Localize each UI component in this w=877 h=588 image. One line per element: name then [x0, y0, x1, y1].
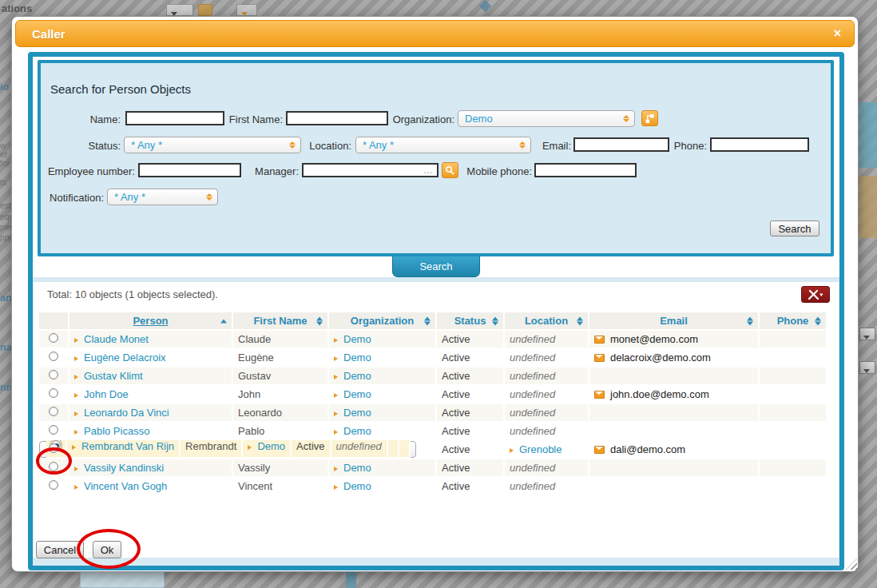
sort-icon	[316, 316, 323, 325]
organization-link[interactable]: Demo	[343, 333, 371, 345]
person-link[interactable]: Vincent Van Gogh	[84, 480, 167, 492]
sort-icon	[424, 316, 431, 325]
organization-link[interactable]: Demo	[343, 425, 371, 437]
search-heading: Search for Person Objects	[50, 82, 191, 96]
link-arrow-icon	[334, 375, 338, 379]
bg-sidebar-fragment: ts	[0, 177, 11, 187]
location-select[interactable]: * Any *	[355, 137, 531, 153]
row-radio[interactable]	[49, 370, 58, 379]
email-icon	[594, 336, 605, 344]
link-arrow-icon	[334, 338, 338, 343]
person-link[interactable]: John Doe	[84, 388, 129, 400]
resize-handle[interactable]	[846, 558, 857, 570]
bg-sidebar-fragment: ppo	[0, 232, 11, 242]
row-radio[interactable]	[49, 407, 58, 416]
bg-sidebar-fragment: io	[0, 81, 11, 93]
name-label: Name:	[50, 113, 121, 125]
link-arrow-icon	[74, 411, 78, 416]
person-link[interactable]: Eugène Delacroix	[84, 352, 166, 364]
organization-link[interactable]: Demo	[343, 352, 371, 364]
status-select[interactable]: * Any *	[124, 137, 301, 153]
column-header-email[interactable]: Email	[589, 312, 760, 331]
person-link[interactable]: Rembrandt Van Rijn	[81, 440, 174, 452]
dialog-title: Caller	[32, 27, 65, 41]
row-radio[interactable]	[49, 352, 58, 361]
caller-dialog: Caller × Search for Person Objects Name:…	[11, 16, 859, 572]
employee-number-input[interactable]	[138, 163, 241, 177]
manager-input[interactable]: …	[302, 163, 438, 177]
radio-column-header	[39, 312, 69, 331]
email-icon	[594, 354, 605, 362]
person-link[interactable]: Leonardo Da Vinci	[84, 407, 169, 419]
table-row: Gustav Klimt Gustav Demo Active undefine…	[39, 368, 827, 386]
notification-select[interactable]: * Any *	[107, 189, 218, 205]
column-header-first-name[interactable]: First Name	[233, 312, 329, 331]
first-name-input[interactable]	[286, 111, 388, 125]
organization-link[interactable]: Demo	[343, 480, 371, 492]
organization-link[interactable]: Demo	[343, 462, 371, 474]
column-header-person[interactable]: Person	[69, 312, 233, 331]
bg-sidebar-fragment: ests	[0, 201, 11, 210]
row-radio[interactable]	[49, 480, 58, 490]
email-label: Email:	[514, 140, 571, 152]
phone-input[interactable]	[710, 137, 809, 152]
sort-icon	[492, 316, 498, 325]
phone-label: Phone:	[649, 140, 707, 152]
select-arrows-icon	[206, 193, 212, 201]
link-arrow-icon	[74, 375, 78, 379]
notification-label: Notification:	[47, 192, 104, 204]
row-radio[interactable]	[49, 388, 58, 398]
organization-link[interactable]: Demo	[343, 370, 371, 382]
chevron-down-icon	[863, 336, 870, 340]
sort-icon	[747, 316, 753, 325]
link-arrow-icon	[334, 430, 338, 435]
column-header-location[interactable]: Location	[505, 312, 589, 331]
organization-label: Organization:	[375, 113, 454, 125]
hierarchy-icon	[645, 113, 655, 124]
link-arrow-icon	[74, 393, 78, 398]
organization-hierarchy-button[interactable]	[641, 110, 658, 126]
manager-label: Manager:	[255, 165, 299, 177]
bg-tan-band	[859, 176, 877, 238]
bg-select-stub	[166, 4, 193, 16]
search-tab-button[interactable]: Search	[392, 256, 480, 277]
link-arrow-icon	[334, 356, 338, 361]
column-header-status[interactable]: Status	[437, 312, 505, 331]
person-link[interactable]: Gustav Klimt	[84, 370, 143, 382]
dialog-titlebar[interactable]: Caller ×	[15, 20, 855, 47]
mobile-phone-label: Mobile phone:	[431, 165, 532, 177]
person-link[interactable]: Claude Monet	[84, 333, 149, 345]
column-header-organization[interactable]: Organization	[329, 312, 437, 331]
organization-link[interactable]: Demo	[257, 440, 285, 452]
link-arrow-icon	[334, 485, 338, 490]
organization-link[interactable]: Demo	[343, 388, 371, 400]
organization-select[interactable]: Demo	[458, 110, 635, 127]
results-panel: Total: 10 objects (1 objects selected). …	[34, 282, 839, 558]
row-radio[interactable]	[49, 425, 58, 435]
location-link[interactable]: Grenoble	[519, 443, 562, 455]
link-arrow-icon	[74, 485, 78, 490]
link-arrow-icon	[248, 445, 252, 450]
bg-sidebar-fragment: na	[0, 342, 11, 353]
tools-icon	[807, 289, 824, 300]
table-row: Leonardo Da Vinci Leonardo Demo Active u…	[39, 404, 827, 423]
close-icon[interactable]: ×	[834, 27, 841, 40]
row-radio[interactable]	[49, 333, 58, 343]
mobile-phone-input[interactable]	[534, 163, 637, 177]
link-arrow-icon	[74, 338, 78, 343]
person-link[interactable]: Vassily Kandinski	[84, 462, 164, 474]
person-link[interactable]: Pablo Picasso	[84, 425, 149, 437]
organization-link[interactable]: Demo	[343, 407, 371, 419]
table-row: Eugène Delacroix Eugène Demo Active unde…	[39, 349, 827, 368]
search-button[interactable]: Search	[770, 220, 819, 236]
table-row: Pablo Picasso Pablo Demo Active undefine…	[39, 423, 827, 441]
location-label: Location:	[294, 140, 351, 152]
table-row: Claude Monet Claude Demo Active undefine…	[39, 331, 827, 349]
notification-value: * Any *	[114, 191, 145, 203]
actions-menu-button[interactable]	[801, 286, 830, 303]
bg-teal-band	[859, 102, 877, 168]
table-row: Vassily Kandinski Vassily Demo Active un…	[39, 459, 827, 478]
total-count-text: Total: 10 objects (1 objects selected).	[47, 288, 218, 300]
column-header-phone[interactable]: Phone	[760, 312, 827, 331]
bg-diamond-shape	[479, 0, 492, 12]
